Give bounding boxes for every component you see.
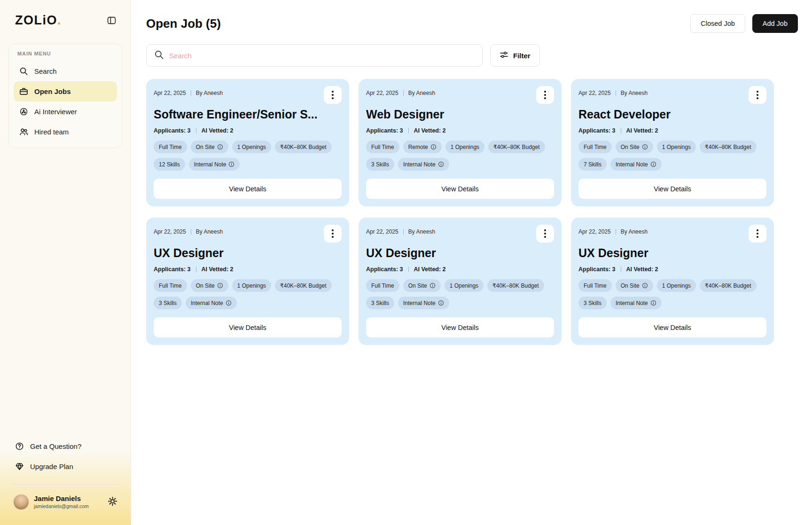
- job-tag: 1 Openings: [232, 279, 271, 292]
- tag-list: Full TimeOn Site1 Openings₹40K–80K Budge…: [578, 141, 766, 171]
- info-icon: [438, 161, 444, 167]
- card-menu-button[interactable]: [536, 225, 554, 243]
- job-date: Apr 22, 2025: [578, 90, 611, 96]
- closed-job-button[interactable]: Closed Job: [690, 14, 745, 33]
- job-tag-label: 3 Skills: [371, 162, 389, 167]
- search-input[interactable]: [169, 52, 475, 60]
- job-tag-label: Full Time: [584, 144, 607, 150]
- job-title: Web Designer: [366, 108, 554, 121]
- job-tag-label: ₹40K–80K Budget: [705, 144, 751, 150]
- job-ai-vetted: AI Vetted: 2: [202, 127, 234, 134]
- meta-divider: [616, 90, 616, 96]
- tag-list: Full TimeOn Site1 Openings₹40K–80K Budge…: [578, 279, 766, 309]
- job-tag-label: Internal Note: [616, 300, 648, 306]
- kebab-icon: [757, 91, 758, 99]
- card-menu-button[interactable]: [536, 86, 554, 104]
- stats-divider: [196, 266, 196, 272]
- panel-toggle-icon: [107, 16, 116, 25]
- stats-divider: [408, 266, 409, 272]
- job-tag: Full Time: [154, 279, 187, 292]
- job-tag[interactable]: On Site: [403, 279, 441, 292]
- job-tag[interactable]: Internal Note: [398, 158, 449, 171]
- brand-logo: ZOLiO.: [15, 13, 62, 28]
- card-menu-button[interactable]: [749, 225, 766, 243]
- sidebar-item-ai-interviewer[interactable]: Ai Interviewer: [14, 102, 117, 122]
- job-ai-vetted: AI Vetted: 2: [414, 266, 446, 273]
- sidebar-item-open-jobs[interactable]: Open Jobs: [14, 81, 117, 102]
- stats-divider: [196, 128, 196, 133]
- sidebar-item-label: Hired team: [34, 128, 69, 136]
- search-icon: [154, 50, 164, 62]
- search-bar[interactable]: [146, 44, 483, 67]
- job-tag[interactable]: Internal Note: [398, 297, 449, 309]
- job-tag-label: Full Time: [371, 283, 394, 289]
- job-tag[interactable]: Internal Note: [610, 297, 662, 309]
- get-a-question-link[interactable]: Get a Question?: [8, 436, 122, 456]
- job-tag-label: 3 Skills: [584, 300, 601, 306]
- view-details-button[interactable]: View Details: [154, 317, 342, 337]
- job-tag-label: Internal Note: [194, 162, 226, 167]
- job-applicants: Applicants: 3: [366, 266, 403, 273]
- job-tag: 1 Openings: [445, 279, 484, 292]
- card-menu-button[interactable]: [324, 225, 342, 243]
- view-details-button[interactable]: View Details: [366, 317, 554, 337]
- job-date: Apr 22, 2025: [578, 228, 611, 235]
- sidebar-item-hired-team[interactable]: Hired team: [14, 122, 117, 142]
- job-tag: Full Time: [366, 141, 399, 153]
- job-tag[interactable]: Remote: [403, 141, 442, 153]
- info-icon: [642, 144, 648, 150]
- job-card: Apr 22, 2025 By Aneesh UX Designer Appli…: [571, 218, 774, 345]
- menu-section-label: MAIN MENU: [17, 51, 117, 56]
- user-email: jamiedaniels@gmail.com: [34, 503, 89, 509]
- main-content: Open Job (5) Closed Job Add Job Filter A…: [131, 0, 812, 525]
- job-applicants: Applicants: 3: [366, 127, 403, 134]
- job-title: UX Designer: [154, 246, 342, 260]
- filter-button[interactable]: Filter: [490, 44, 540, 67]
- card-menu-button[interactable]: [324, 86, 342, 104]
- job-applicants: Applicants: 3: [578, 266, 616, 273]
- info-icon: [438, 300, 444, 306]
- info-icon: [650, 161, 656, 167]
- job-date: Apr 22, 2025: [154, 90, 186, 96]
- job-author: By Aneesh: [408, 90, 435, 96]
- info-icon: [217, 144, 223, 150]
- view-details-button[interactable]: View Details: [154, 179, 342, 199]
- job-tag: 3 Skills: [578, 297, 607, 309]
- view-details-button[interactable]: View Details: [366, 179, 554, 199]
- user-profile[interactable]: Jamie Daniels jamiedaniels@gmail.com: [8, 485, 122, 513]
- job-tag[interactable]: On Site: [616, 141, 653, 153]
- job-tag[interactable]: Internal Note: [189, 158, 240, 171]
- brand-logo-dot: .: [57, 13, 62, 27]
- add-job-button[interactable]: Add Job: [752, 14, 798, 33]
- job-tag[interactable]: Internal Note: [610, 158, 662, 171]
- job-tag-label: 7 Skills: [584, 162, 601, 167]
- job-tag: ₹40K–80K Budget: [487, 279, 544, 292]
- settings-button[interactable]: [106, 496, 118, 508]
- job-tag: 3 Skills: [366, 158, 394, 171]
- job-tag[interactable]: On Site: [191, 279, 228, 292]
- job-title: React Developer: [578, 108, 766, 121]
- job-author: By Aneesh: [408, 228, 435, 235]
- job-tag-label: 1 Openings: [237, 144, 266, 150]
- job-tag: 3 Skills: [154, 297, 182, 309]
- job-tag[interactable]: On Site: [191, 141, 228, 153]
- job-tag[interactable]: Internal Note: [186, 297, 237, 309]
- kebab-icon: [757, 229, 758, 238]
- job-tag: 1 Openings: [657, 141, 696, 153]
- card-menu-button[interactable]: [749, 86, 766, 104]
- upgrade-plan-link[interactable]: Upgrade Plan: [8, 456, 122, 477]
- view-details-button[interactable]: View Details: [578, 317, 766, 337]
- users-icon: [19, 127, 28, 136]
- stats-divider: [621, 266, 621, 272]
- view-details-button[interactable]: View Details: [578, 179, 766, 199]
- job-date: Apr 22, 2025: [366, 90, 398, 96]
- meta-divider: [191, 90, 191, 96]
- tag-list: Full TimeRemote1 Openings₹40K–80K Budget…: [366, 141, 554, 171]
- info-icon: [429, 282, 436, 289]
- job-tag-label: On Site: [408, 283, 427, 289]
- sidebar-item-search[interactable]: Search: [14, 61, 117, 81]
- job-applicants: Applicants: 3: [154, 127, 191, 134]
- page-title: Open Job (5): [146, 16, 221, 31]
- sidebar-collapse-button[interactable]: [105, 15, 117, 27]
- job-tag[interactable]: On Site: [616, 279, 653, 292]
